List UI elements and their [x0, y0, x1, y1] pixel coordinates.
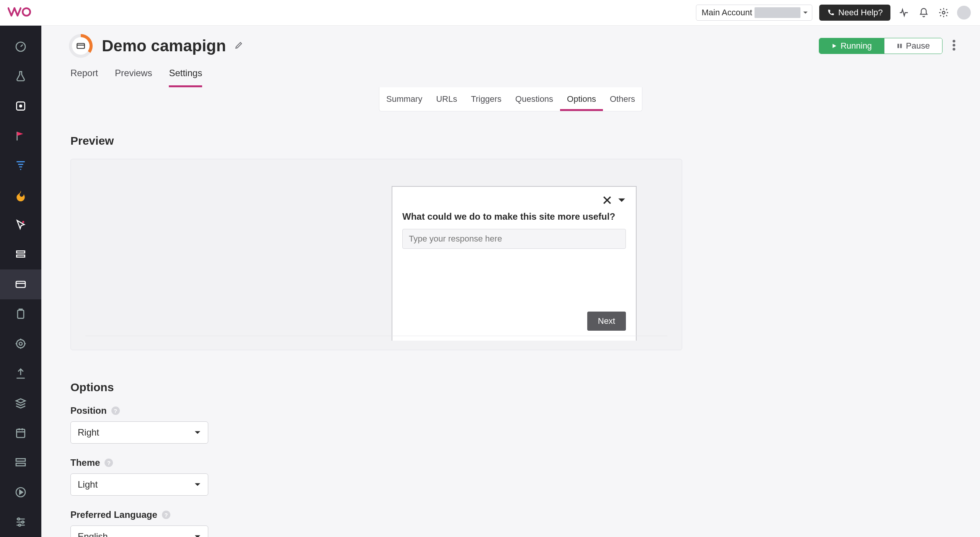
- sidebar-item-calendar[interactable]: [0, 418, 41, 448]
- pause-icon: [897, 43, 902, 49]
- svg-point-24: [953, 48, 956, 51]
- preview-box: What could we do to make this site more …: [70, 159, 682, 350]
- language-help-icon[interactable]: ?: [162, 511, 170, 519]
- options-heading: Options: [70, 381, 682, 394]
- funnel-icon: [15, 159, 27, 171]
- pencil-icon: [234, 41, 243, 50]
- play-circle-icon: [15, 486, 27, 498]
- theme-help-icon[interactable]: ?: [105, 459, 113, 467]
- field-theme: Theme ? Light: [70, 457, 682, 496]
- svg-rect-20: [897, 44, 899, 48]
- sidebar-item-uploads[interactable]: [0, 359, 41, 388]
- svg-point-1: [942, 11, 945, 14]
- pause-segment[interactable]: Pause: [884, 38, 942, 54]
- page-header: Demo camapign Running Pause: [41, 26, 980, 58]
- fire-icon: [15, 189, 27, 201]
- need-help-button[interactable]: Need Help?: [819, 5, 890, 21]
- topbar: Main Account Need Help?: [0, 0, 980, 26]
- sidebar-item-recordings[interactable]: [0, 210, 41, 240]
- subtab-triggers[interactable]: Triggers: [464, 87, 508, 111]
- need-help-label: Need Help?: [838, 8, 883, 18]
- svg-rect-19: [77, 44, 85, 49]
- survey-icon: [15, 278, 27, 291]
- running-segment[interactable]: Running: [819, 38, 884, 54]
- chevron-down-icon: [803, 10, 808, 15]
- survey-next-button[interactable]: Next: [587, 312, 626, 331]
- app-window-icon: [15, 100, 27, 112]
- subtab-options[interactable]: Options: [560, 87, 603, 111]
- survey-widget: What could we do to make this site more …: [392, 186, 637, 341]
- survey-close-button[interactable]: [603, 196, 611, 206]
- clipboard-icon: [15, 308, 27, 320]
- position-label: Position: [70, 405, 107, 416]
- notifications-icon[interactable]: [917, 6, 930, 19]
- sidebar-item-tutorials[interactable]: [0, 478, 41, 508]
- svg-point-11: [19, 342, 22, 345]
- position-value: Right: [78, 427, 99, 438]
- language-select[interactable]: English: [70, 526, 208, 537]
- chevron-down-icon: [617, 196, 626, 204]
- user-avatar[interactable]: [957, 6, 971, 20]
- svg-point-23: [953, 44, 956, 47]
- position-select[interactable]: Right: [70, 421, 208, 444]
- sidebar-item-configure[interactable]: [0, 507, 41, 537]
- sidebar-item-stack[interactable]: [0, 388, 41, 418]
- field-language: Preferred Language ? English: [70, 509, 682, 537]
- sidebar-item-surveys[interactable]: [0, 269, 41, 299]
- more-actions-button[interactable]: [952, 40, 956, 52]
- svg-rect-12: [16, 429, 24, 437]
- activity-icon[interactable]: [897, 6, 910, 19]
- sidebar-item-targeting[interactable]: [0, 329, 41, 359]
- tab-previews[interactable]: Previews: [115, 68, 152, 87]
- sidebar-item-funnels[interactable]: [0, 151, 41, 181]
- subtab-summary[interactable]: Summary: [379, 87, 429, 111]
- sidebar-item-testing[interactable]: [0, 62, 41, 91]
- edit-title-button[interactable]: [234, 41, 243, 51]
- form-icon: [15, 248, 27, 261]
- sidebar-item-app[interactable]: [0, 91, 41, 121]
- svg-point-10: [16, 340, 24, 348]
- sidebar-item-forms[interactable]: [0, 240, 41, 269]
- tab-report[interactable]: Report: [70, 68, 98, 87]
- svg-point-0: [23, 8, 30, 16]
- campaign-progress-icon: [69, 34, 93, 58]
- survey-collapse-button[interactable]: [617, 196, 626, 206]
- preview-heading: Preview: [70, 134, 682, 147]
- subtab-others[interactable]: Others: [603, 87, 642, 111]
- phone-icon: [827, 9, 835, 16]
- survey-response-input[interactable]: [402, 229, 626, 249]
- svg-rect-8: [16, 281, 25, 287]
- account-label: Main Account: [702, 8, 752, 18]
- content: Preview What could we do to make this si…: [41, 111, 711, 537]
- sidebar-item-dashboard[interactable]: [0, 32, 41, 62]
- subtab-urls[interactable]: URLs: [429, 87, 464, 111]
- position-help-icon[interactable]: ?: [111, 406, 120, 415]
- sidebar-item-cms[interactable]: [0, 448, 41, 478]
- chevron-down-icon: [194, 481, 201, 488]
- settings-icon[interactable]: [937, 6, 950, 19]
- sidebar-item-heatmaps[interactable]: [0, 180, 41, 210]
- account-selector[interactable]: Main Account: [696, 5, 812, 21]
- close-icon: [603, 196, 611, 204]
- survey-question: What could we do to make this site more …: [402, 211, 626, 222]
- sidebar-item-goals[interactable]: [0, 121, 41, 151]
- sidebar-item-scheduler[interactable]: [0, 299, 41, 329]
- svg-rect-7: [16, 255, 24, 257]
- survey-small-icon: [76, 41, 86, 51]
- svg-point-5: [22, 221, 24, 223]
- svg-rect-9: [18, 310, 24, 318]
- field-position: Position ? Right: [70, 405, 682, 444]
- svg-rect-13: [16, 459, 25, 461]
- svg-rect-21: [900, 44, 902, 48]
- subtab-questions[interactable]: Questions: [508, 87, 560, 111]
- tab-settings[interactable]: Settings: [169, 68, 202, 87]
- target-icon: [15, 338, 27, 350]
- language-label: Preferred Language: [70, 509, 157, 520]
- language-value: English: [78, 531, 108, 537]
- page-title: Demo camapign: [102, 37, 226, 55]
- account-name-redacted: [755, 7, 800, 18]
- svg-point-4: [20, 105, 21, 107]
- vwo-logo[interactable]: [8, 7, 45, 19]
- theme-select[interactable]: Light: [70, 473, 208, 496]
- calendar-icon: [15, 427, 27, 439]
